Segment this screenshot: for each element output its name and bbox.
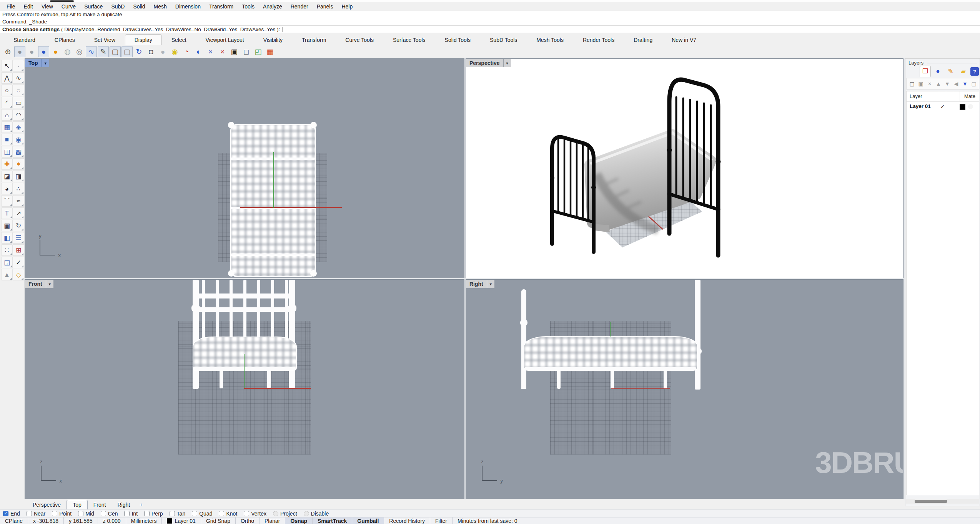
checkbox-icon[interactable] (144, 511, 150, 516)
xray-display-icon[interactable]: ◎ (74, 46, 85, 57)
viewport-right-label[interactable]: Right ▾ (466, 280, 494, 288)
arc-icon[interactable]: ◜ (1, 97, 13, 108)
viewport-perspective-label[interactable]: Perspective ▾ (466, 59, 511, 67)
osnap-toggle[interactable]: Mid (78, 511, 94, 517)
viewport-top[interactable]: Top ▾ y x (25, 58, 464, 278)
checkbox-icon[interactable] (192, 511, 197, 516)
command-prompt-line[interactable]: Choose Shade settings ( DisplayMode=Rend… (0, 25, 980, 33)
clear-display-icon[interactable]: × (217, 46, 228, 57)
curve-blend-icon[interactable]: ◠ (13, 109, 24, 121)
osnap-label[interactable]: Project (280, 511, 297, 517)
status-cell[interactable]: Grid Snap (201, 517, 236, 524)
refresh-shade-icon[interactable]: ↻ (133, 46, 145, 57)
box-icon[interactable]: ■ (1, 134, 13, 145)
layer-visible-check-icon[interactable]: ✓ (940, 103, 945, 109)
menu-item[interactable]: Tools (238, 3, 259, 10)
osnap-label[interactable]: Int (131, 511, 138, 517)
menu-item[interactable]: Mesh (150, 3, 171, 10)
ribbon-tab[interactable]: Select (162, 34, 196, 45)
osnap-label[interactable]: Vertex (251, 511, 266, 517)
menu-item[interactable]: Transform (205, 3, 238, 10)
ribbon-tab[interactable]: CPlanes (45, 34, 85, 45)
osnap-label[interactable]: Mid (85, 511, 94, 517)
viewport-page-tab[interactable]: Front (88, 500, 112, 509)
viewport-right[interactable]: Right ▾ z y 3DBRU (466, 279, 903, 499)
command-area[interactable]: Press Control to extrude, tap Alt to mak… (0, 11, 980, 33)
select-pointer-icon[interactable]: ↖ (1, 60, 13, 71)
checkbox-icon[interactable] (52, 511, 57, 516)
viewport-menu-arrow-icon[interactable]: ▾ (46, 280, 53, 288)
osnap-toggle[interactable]: Disable (304, 511, 329, 517)
tech-display-icon[interactable]: ▢ (110, 46, 121, 57)
cplane-sphere-icon[interactable]: ◔ (181, 46, 192, 57)
collapse-icon[interactable]: ◀ (952, 80, 960, 88)
sphere-icon[interactable]: ◉ (13, 134, 24, 145)
menu-item[interactable]: File (2, 3, 20, 10)
menu-item[interactable]: Analyze (259, 3, 286, 10)
menu-item[interactable]: Render (286, 3, 313, 10)
checkbox-icon[interactable] (78, 511, 83, 516)
checkbox-icon[interactable] (219, 511, 224, 516)
ribbon-tab[interactable]: Mesh Tools (527, 34, 573, 45)
ribbon-tab[interactable]: Display (125, 34, 162, 45)
osnap-toggle[interactable]: Tan (170, 511, 186, 517)
turntable-icon[interactable]: ◐ (193, 46, 204, 57)
viewport-title[interactable]: Perspective (466, 59, 503, 67)
menu-item[interactable]: Solid (129, 3, 149, 10)
viewport-title[interactable]: Front (25, 280, 46, 288)
menu-item[interactable]: Panels (313, 3, 338, 10)
gray-sphere-icon[interactable]: ● (157, 46, 168, 57)
new-layer-icon[interactable]: ▢ (908, 80, 916, 88)
circle-icon[interactable]: ○ (1, 85, 13, 96)
viewport-front-label[interactable]: Front ▾ (25, 280, 53, 288)
status-cell[interactable]: Gumball (352, 517, 384, 524)
ghosted-display-icon[interactable]: ◍ (62, 46, 73, 57)
monochrome-display-icon[interactable]: ▢ (121, 46, 133, 57)
osnap-toggle[interactable]: Point (52, 511, 72, 517)
ribbon-tab[interactable]: Render Tools (573, 34, 624, 45)
libraries-tab-icon[interactable]: ▰ (958, 66, 969, 77)
patch-surface-icon[interactable]: ◈ (13, 121, 24, 133)
materials-tab-icon[interactable]: ✎ (945, 66, 956, 77)
viewport-front[interactable]: Front ▾ (25, 279, 464, 499)
osnap-toggle[interactable]: End (3, 511, 20, 517)
status-cell[interactable]: CPlane (0, 517, 28, 524)
explode-icon[interactable]: ✶ (13, 158, 24, 170)
highlight-sphere-icon[interactable]: ◉ (169, 46, 180, 57)
status-cell[interactable]: Millimeters (126, 517, 162, 524)
menu-item[interactable]: View (37, 3, 57, 10)
layers-horizontal-scrollbar[interactable] (906, 499, 979, 504)
control-curve-icon[interactable]: ∿ (13, 72, 24, 84)
ribbon-tab[interactable]: Set View (85, 34, 125, 45)
duplicate-layer-icon[interactable]: ▣ (917, 80, 925, 88)
menu-item[interactable]: Curve (57, 3, 80, 10)
move-up-icon[interactable]: ▲ (935, 80, 942, 88)
fillet-curve-icon[interactable]: ⌒ (1, 195, 13, 207)
osnap-label[interactable]: Near (34, 511, 45, 517)
selection-filter-icon[interactable]: ✓ (13, 257, 24, 268)
osnap-label[interactable]: Cen (108, 511, 118, 517)
filter-icon[interactable]: ▼ (961, 80, 969, 88)
viewport-menu-arrow-icon[interactable]: ▾ (487, 280, 494, 288)
polygon-icon[interactable]: ⌂ (1, 109, 13, 121)
osnap-label[interactable]: Point (59, 511, 72, 517)
osnap-label[interactable]: Tan (177, 511, 186, 517)
blend-surfaces-icon[interactable]: ◕ (1, 183, 13, 194)
cylinder-icon[interactable]: ◫ (1, 146, 13, 158)
flat-shade-icon[interactable]: ◘ (145, 46, 156, 57)
viewport-perspective[interactable]: Perspective ▾ (466, 58, 903, 278)
polyline-icon[interactable]: ⋀ (1, 72, 13, 84)
status-cell[interactable]: SmartTrack (313, 517, 352, 524)
lasso-icon[interactable]: ◇ (13, 269, 24, 280)
viewport-title[interactable]: Top (25, 59, 42, 67)
wirebox-display-icon[interactable]: ◻ (241, 46, 252, 57)
osnap-toggle[interactable]: Knot (219, 511, 237, 517)
viewport-page-tab[interactable]: Right (111, 500, 136, 509)
osnap-toggle[interactable]: Vertex (244, 511, 266, 517)
raytraced-display-icon[interactable]: ● (50, 46, 61, 57)
osnap-label[interactable]: End (10, 511, 20, 517)
ribbon-tab[interactable]: Standard (4, 34, 45, 45)
ribbon-tab[interactable]: Curve Tools (336, 34, 383, 45)
monitor-display-icon[interactable]: ▣ (229, 46, 240, 57)
help-tab-icon[interactable]: ? (970, 67, 979, 76)
